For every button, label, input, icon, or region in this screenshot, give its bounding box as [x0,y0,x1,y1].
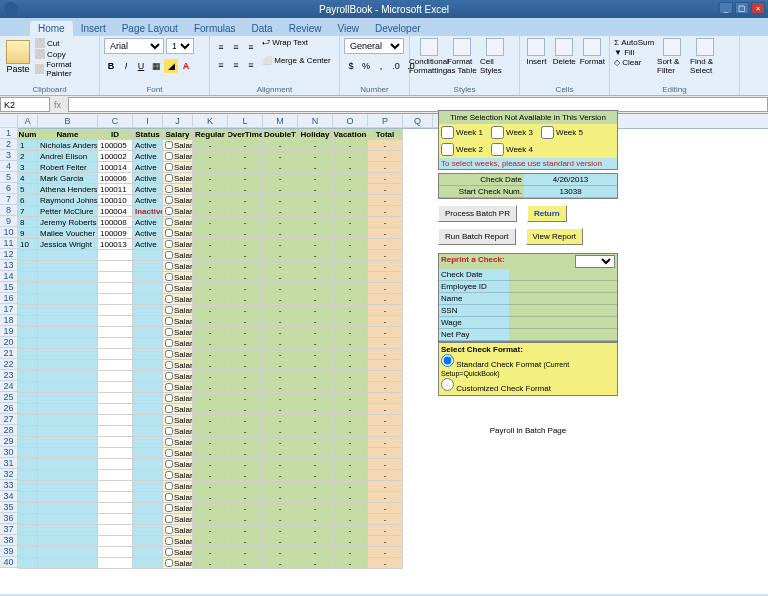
cell[interactable]: - [263,525,298,536]
cell[interactable]: - [333,558,368,569]
cell[interactable]: 7 [18,206,38,217]
cell[interactable]: - [333,140,368,151]
cell[interactable]: - [228,448,263,459]
cell[interactable]: - [228,514,263,525]
italic-button[interactable]: I [119,59,133,73]
cell[interactable]: - [263,514,298,525]
cell[interactable]: - [193,305,228,316]
row-header[interactable]: 14 [0,271,18,282]
row-header[interactable]: 5 [0,172,18,183]
align-left-button[interactable]: ≡ [214,58,228,72]
cell[interactable]: - [263,338,298,349]
cell[interactable]: - [193,382,228,393]
cell[interactable]: - [368,525,403,536]
cell[interactable] [38,437,98,448]
week5-checkbox[interactable]: Week 5 [541,126,583,139]
row-header[interactable]: 35 [0,502,18,513]
cell[interactable]: Inactive [133,206,163,217]
row-header[interactable]: 17 [0,304,18,315]
tab-formulas[interactable]: Formulas [186,21,244,36]
cell[interactable] [18,481,38,492]
cell[interactable]: Active [133,228,163,239]
cell[interactable]: - [368,393,403,404]
cell[interactable]: - [333,426,368,437]
cell[interactable]: - [263,283,298,294]
cell[interactable] [38,327,98,338]
cell[interactable]: - [368,184,403,195]
cell[interactable]: - [333,173,368,184]
cell[interactable]: 100008 [98,217,133,228]
cell[interactable]: - [193,371,228,382]
cell[interactable]: - [228,316,263,327]
sort-filter-button[interactable]: Sort & Filter [657,38,687,75]
cell[interactable]: - [333,415,368,426]
cell[interactable] [98,503,133,514]
cell[interactable]: - [263,228,298,239]
cell[interactable] [98,536,133,547]
cell[interactable] [18,492,38,503]
minimize-button[interactable]: _ [719,2,733,14]
cell[interactable] [98,492,133,503]
align-top-button[interactable]: ≡ [214,40,228,54]
cell[interactable] [18,316,38,327]
cell[interactable] [38,360,98,371]
fill-button[interactable]: ▼ Fill [614,48,654,57]
salary-cell[interactable]: Salary [163,228,193,239]
cell[interactable]: - [193,294,228,305]
cell[interactable]: - [193,327,228,338]
office-button-icon[interactable] [4,2,18,16]
cell[interactable]: - [333,371,368,382]
cell[interactable]: - [228,547,263,558]
cell[interactable] [38,525,98,536]
reprint-field-value[interactable] [509,281,617,293]
cell[interactable] [98,393,133,404]
cell[interactable] [38,349,98,360]
cell[interactable] [38,514,98,525]
cell[interactable] [18,514,38,525]
cell[interactable]: 100005 [98,140,133,151]
cell[interactable]: 4 [18,173,38,184]
row-header[interactable]: 25 [0,392,18,403]
cell[interactable]: - [263,162,298,173]
std-format-radio[interactable]: Standard Check Format (Current Setup=Qui… [441,360,569,378]
format-cells-button[interactable]: Format [580,38,605,66]
salary-cell[interactable]: Salary [163,184,193,195]
insert-cells-button[interactable]: Insert [524,38,549,66]
cell[interactable]: - [368,558,403,569]
cell[interactable]: - [193,459,228,470]
cell-styles-button[interactable]: Cell Styles [480,38,510,75]
row-header[interactable]: 36 [0,513,18,524]
custom-format-radio[interactable]: Customized Check Format [441,384,551,393]
cell[interactable]: - [193,404,228,415]
row-header[interactable]: 38 [0,535,18,546]
cell[interactable]: - [263,360,298,371]
cell[interactable]: - [298,426,333,437]
row-header[interactable]: 18 [0,315,18,326]
cell[interactable]: - [333,217,368,228]
salary-cell[interactable]: Salary [163,349,193,360]
cell[interactable]: - [193,437,228,448]
cell[interactable] [18,272,38,283]
cell[interactable]: - [228,481,263,492]
row-header[interactable]: 7 [0,194,18,205]
cell[interactable]: Nicholas Anders [38,140,98,151]
cell[interactable]: - [263,206,298,217]
bold-button[interactable]: B [104,59,118,73]
salary-cell[interactable]: Salary [163,393,193,404]
cell[interactable]: - [368,272,403,283]
col-header-B[interactable]: B [38,114,98,128]
cell[interactable]: - [333,338,368,349]
salary-cell[interactable]: Salary [163,338,193,349]
salary-cell[interactable]: Salary [163,503,193,514]
cell[interactable]: - [333,503,368,514]
cell[interactable]: - [333,250,368,261]
row-header[interactable]: 31 [0,458,18,469]
cell[interactable]: - [368,250,403,261]
col-header-J[interactable]: J [163,114,193,128]
reprint-select[interactable] [575,255,615,268]
cell[interactable]: - [368,294,403,305]
cell[interactable]: - [333,470,368,481]
cell[interactable] [98,459,133,470]
salary-cell[interactable]: Salary [163,305,193,316]
cell[interactable]: - [333,448,368,459]
